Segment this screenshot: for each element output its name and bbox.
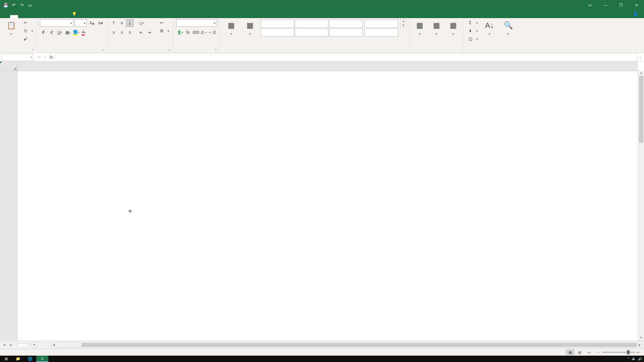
add-sheet-icon[interactable]: + [31, 342, 38, 348]
style-schlecht[interactable] [365, 20, 398, 28]
tab-home[interactable] [10, 15, 18, 18]
styles-expand-icon[interactable]: ▴▾ [400, 19, 407, 27]
merge-center-button[interactable]: ⊞▾ [158, 27, 170, 34]
cut-button[interactable]: ✂ [21, 19, 34, 26]
zoom-thumb[interactable] [627, 350, 630, 354]
touch-icon[interactable]: ▭ [27, 2, 33, 8]
scroll-down-icon[interactable]: ▾ [638, 336, 644, 341]
view-normal-icon[interactable]: ▦ [566, 349, 575, 355]
ribbon-options-icon[interactable]: ▭ [582, 0, 598, 10]
excel-taskbar-icon[interactable]: X [36, 356, 48, 362]
paste-button[interactable]: 📋 ▾ [3, 19, 19, 36]
save-icon[interactable]: 💾 [3, 2, 9, 8]
style-eingabe[interactable] [329, 28, 363, 37]
name-box[interactable]: ▾ [1, 54, 34, 61]
scroll-up-icon[interactable]: ▴ [638, 71, 644, 76]
align-middle-icon[interactable]: ≡ [118, 19, 125, 27]
align-top-icon[interactable]: ⤒ [110, 19, 117, 27]
explorer-icon[interactable]: 📁 [12, 356, 24, 362]
comma-icon[interactable]: 000 [192, 29, 200, 36]
find-select-button[interactable]: 🔍▾ [500, 19, 517, 36]
style-standard[interactable] [261, 20, 294, 28]
style-berechnung[interactable] [295, 28, 328, 37]
style-erklarender[interactable] [365, 28, 398, 37]
tab-insert[interactable] [18, 15, 26, 18]
vertical-scrollbar[interactable]: ▴ ▾ [638, 71, 644, 341]
tab-pagelayout[interactable] [26, 15, 34, 18]
conditional-formatting-button[interactable]: ▦▾ [223, 19, 239, 36]
tab-data[interactable] [42, 15, 50, 18]
font-color-icon[interactable]: A▾ [80, 29, 88, 36]
font-name-combo[interactable]: ▾ [40, 19, 73, 27]
alignment-launcher-icon[interactable]: ↘ [168, 48, 172, 52]
style-neutral[interactable] [329, 20, 363, 28]
align-bottom-icon[interactable]: ⤓ [126, 19, 133, 27]
zoom-in-icon[interactable]: + [637, 350, 639, 354]
cells-area[interactable] [17, 71, 638, 341]
sheet-nav-next-icon[interactable]: ► [8, 342, 14, 348]
system-tray[interactable]: ˄ 🖧 🔊 [626, 357, 644, 361]
sheet-nav-prev-icon[interactable]: ◄ [1, 342, 7, 348]
scroll-left-icon[interactable]: ◄ [51, 343, 57, 347]
tray-up-icon[interactable]: ˄ [628, 357, 629, 361]
scroll-right-icon[interactable]: ► [637, 343, 642, 347]
style-ausgabe[interactable] [261, 28, 294, 37]
edge-icon[interactable]: 🌐 [24, 356, 36, 362]
network-icon[interactable]: 🖧 [632, 357, 635, 361]
fill-button[interactable]: ⬇▾ [466, 27, 479, 34]
font-size-combo[interactable]: ▾ [75, 19, 87, 27]
redo-icon[interactable]: ↷ [19, 2, 25, 8]
wrap-text-button[interactable]: ↩ [158, 19, 170, 26]
qat-customize-icon[interactable] [35, 2, 41, 8]
orientation-icon[interactable]: ⭯▾ [138, 19, 145, 27]
indent-increase-icon[interactable]: ⇥ [146, 29, 153, 36]
number-format-combo[interactable]: ▾ [176, 19, 217, 27]
sound-icon[interactable]: 🔊 [638, 357, 642, 361]
sheet-tab-active[interactable] [17, 344, 28, 346]
increase-decimal-icon[interactable]: .0→ [200, 29, 208, 36]
format-cells-button[interactable]: ▦▾ [446, 19, 461, 36]
grow-font-icon[interactable]: A▴ [88, 19, 96, 27]
percent-icon[interactable]: % [184, 29, 192, 36]
start-icon[interactable]: ⊞ [0, 356, 12, 362]
vscroll-thumb[interactable] [639, 76, 643, 143]
shrink-font-icon[interactable]: A▾ [97, 19, 104, 27]
border-icon[interactable]: ▦▾ [64, 29, 71, 36]
italic-icon[interactable]: K [48, 29, 55, 36]
accounting-icon[interactable]: 💲▾ [176, 29, 183, 36]
tab-formulas[interactable] [34, 15, 42, 18]
select-all-corner[interactable] [0, 62, 17, 71]
format-as-table-button[interactable]: ▦▾ [241, 19, 258, 36]
zoom-out-icon[interactable]: − [597, 350, 599, 354]
tab-view[interactable] [58, 15, 66, 18]
number-launcher-icon[interactable]: ↘ [214, 48, 218, 52]
decrease-decimal-icon[interactable]: ←.0 [208, 29, 216, 36]
style-gut[interactable] [295, 20, 328, 28]
copy-button[interactable]: ⎘▾ [21, 27, 34, 34]
zoom-slider[interactable] [602, 352, 635, 353]
tell-me-search[interactable]: 💡 [69, 10, 81, 18]
view-pagelayout-icon[interactable]: ▤ [575, 349, 584, 355]
tab-file[interactable] [2, 15, 10, 18]
align-center-icon[interactable]: ≡ [118, 29, 125, 36]
enter-formula-icon[interactable]: ✓ [44, 55, 47, 60]
align-right-icon[interactable]: ≡ [126, 29, 133, 36]
font-launcher-icon[interactable]: ↘ [102, 48, 106, 52]
view-pagebreak-icon[interactable]: ▭ [585, 349, 593, 355]
fill-color-icon[interactable]: 🪣▾ [72, 29, 79, 36]
clipboard-launcher-icon[interactable]: ↘ [32, 48, 36, 52]
tab-review[interactable] [50, 15, 58, 18]
format-painter-button[interactable]: 🖌 [21, 36, 34, 42]
formula-input[interactable] [56, 54, 637, 61]
maximize-icon[interactable]: ❐ [613, 0, 629, 10]
close-icon[interactable]: ✕ [629, 0, 644, 10]
delete-cells-button[interactable]: ▦▾ [429, 19, 444, 36]
cancel-formula-icon[interactable]: ✕ [38, 55, 41, 60]
cell-styles-gallery[interactable] [260, 19, 362, 36]
clear-button[interactable]: ◫▾ [466, 36, 479, 42]
hscroll-thumb[interactable] [82, 343, 637, 347]
bold-icon[interactable]: F [40, 29, 47, 36]
align-left-icon[interactable]: ≡ [110, 29, 117, 36]
horizontal-scrollbar[interactable]: ◄ ► [51, 342, 643, 348]
minimize-icon[interactable]: ― [598, 0, 613, 10]
